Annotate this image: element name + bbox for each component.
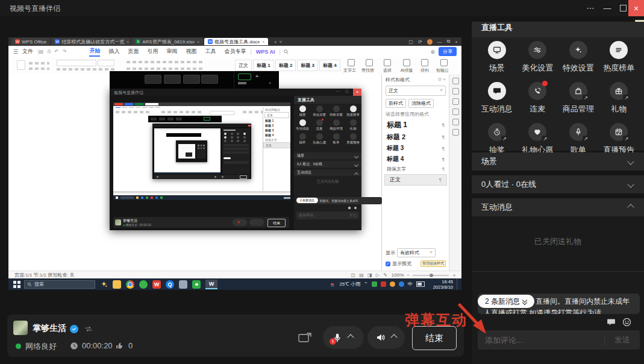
- style-normal[interactable]: 正文: [235, 60, 252, 71]
- taskbar-search-box[interactable]: 搜索: [24, 280, 95, 289]
- zoom-controls[interactable]: ◫ ▤ ◨ ▷ ✎ 100% − ＋: [351, 272, 457, 278]
- add-scene-icon[interactable]: ＋: [267, 80, 272, 86]
- more-menu-button[interactable]: ⋯: [581, 0, 599, 16]
- wps-avatar[interactable]: [427, 39, 433, 45]
- windows-start-icon[interactable]: [13, 281, 20, 288]
- tool-playlist[interactable]: ↗ 歌单: [558, 123, 599, 155]
- wps-sheet-tab[interactable]: X ARS资产报表_0819.xlsx ×: [132, 38, 203, 45]
- go-live-chip[interactable]: [238, 74, 251, 80]
- tray-icon-green[interactable]: [372, 281, 377, 287]
- tool-effects[interactable]: 特效设置: [558, 41, 599, 74]
- close-button[interactable]: ×: [628, 0, 644, 16]
- tool-live-notice[interactable]: ↗ 直播预告: [599, 123, 640, 155]
- taskbar-wps-icon[interactable]: W: [152, 280, 161, 289]
- tool-lottery[interactable]: ↗ 抽奖: [477, 123, 517, 155]
- taskbar-browser-icon[interactable]: [139, 280, 148, 289]
- wps-share-button[interactable]: 分享: [439, 47, 457, 56]
- wps-active-doc-tab[interactable]: W 视频号直播工具.docx ×: [204, 38, 268, 45]
- font-family-select[interactable]: [57, 60, 96, 66]
- send-button[interactable]: 发送: [604, 334, 640, 345]
- show-desktop-button[interactable]: [457, 278, 459, 290]
- tab-close-icon[interactable]: ×: [262, 40, 264, 44]
- menu-reference[interactable]: 引用: [147, 48, 158, 55]
- style-selector[interactable]: 正文˅: [386, 86, 446, 96]
- screen-share-icon[interactable]: [298, 331, 313, 344]
- capture-toolbar-button[interactable]: [145, 75, 161, 84]
- tab-close-icon[interactable]: ×: [127, 40, 129, 44]
- panel-close-icon[interactable]: ⊙ ×: [437, 77, 446, 83]
- section-viewers[interactable]: 0人看过 · 0在线: [472, 175, 644, 193]
- section-scene[interactable]: 场景: [472, 152, 644, 171]
- taskbar-wechat-icon[interactable]: [192, 280, 201, 289]
- menu-tools[interactable]: 工具: [205, 48, 216, 55]
- menu-review[interactable]: 审阅: [166, 48, 177, 55]
- tool-messages[interactable]: 互动消息: [477, 82, 517, 115]
- clear-format-button[interactable]: 清除格式: [408, 99, 434, 108]
- style-entry-h1[interactable]: 标题 1¶: [382, 119, 449, 131]
- menu-file[interactable]: 文件: [22, 48, 33, 55]
- switch-account-icon[interactable]: [84, 325, 93, 333]
- style-entry-h3[interactable]: 标题 3¶: [382, 143, 449, 154]
- ribbon-select[interactable]: 选择: [380, 59, 395, 74]
- strip-icon[interactable]: [452, 108, 459, 115]
- wps-layout-icon[interactable]: ▢: [408, 39, 413, 45]
- paste-icon[interactable]: [17, 60, 25, 70]
- capture-toolbar-button[interactable]: [183, 75, 200, 84]
- chevron-up-icon[interactable]: [347, 334, 354, 340]
- avatar[interactable]: [13, 321, 28, 335]
- strip-icon[interactable]: [452, 78, 459, 84]
- tray-icon-orange[interactable]: [390, 281, 395, 287]
- style-entry-para[interactable]: 段落文字¶: [382, 165, 449, 174]
- style-heading-3[interactable]: 标题 3: [297, 60, 318, 71]
- taskbar-q-icon[interactable]: Q: [166, 280, 174, 289]
- menu-member[interactable]: 会员专享: [224, 48, 246, 55]
- section-messages[interactable]: 互动消息: [472, 198, 644, 216]
- strip-icon[interactable]: [452, 88, 459, 95]
- style-heading-4[interactable]: 标题 4: [319, 60, 340, 71]
- preview-checkbox[interactable]: ✓: [386, 262, 390, 266]
- strip-icon[interactable]: [452, 119, 459, 125]
- capture-toolbar-button[interactable]: [164, 75, 181, 84]
- tool-scene[interactable]: 场景: [477, 41, 517, 74]
- new-style-button[interactable]: 新样式: [386, 99, 406, 108]
- style-entry-h2[interactable]: 标题 2¶: [382, 131, 449, 143]
- tool-beauty[interactable]: 美化设置: [517, 41, 558, 74]
- font-size-select[interactable]: [98, 60, 114, 66]
- wps-minimize-icon[interactable]: —: [437, 39, 442, 45]
- font-style-buttons[interactable]: [57, 68, 114, 71]
- tool-heat-rank[interactable]: 热度榜单: [599, 41, 640, 74]
- menu-wps-ai[interactable]: WPS AI: [256, 49, 275, 55]
- emoji-icon[interactable]: [622, 317, 632, 327]
- ribbon-ai-layout[interactable]: AI排版: [399, 59, 414, 74]
- tray-icon-blue[interactable]: [399, 281, 404, 287]
- end-live-button[interactable]: 结束: [412, 326, 457, 350]
- capture-toolbar-button[interactable]: [201, 75, 218, 84]
- link-style-chip[interactable]: 禁用链接样式: [420, 260, 446, 267]
- comment-icon[interactable]: [606, 317, 616, 327]
- weather-text[interactable]: 25℃ 小雨: [339, 281, 360, 287]
- tool-gift-wish[interactable]: ↗ 礼物心愿: [517, 123, 558, 155]
- taskbar-app-icon[interactable]: [179, 280, 187, 289]
- wps-refresh-icon[interactable]: ⟳: [418, 39, 422, 45]
- taskbar-chrome-icon[interactable]: [126, 280, 134, 289]
- wps-doc-tab-1[interactable]: W 结算模式及确认收货方式一览 ×: [51, 38, 131, 45]
- tool-gifts[interactable]: ↗ 礼物: [599, 82, 640, 115]
- add-icon[interactable]: ＋: [254, 72, 260, 80]
- wps-home-tab[interactable]: W WPS Office: [11, 38, 50, 45]
- comment-input[interactable]: [478, 336, 604, 345]
- menu-page[interactable]: 页面: [128, 48, 139, 55]
- menu-insert[interactable]: 插入: [108, 48, 119, 55]
- chevron-up-icon[interactable]: [390, 334, 397, 340]
- taskbar-explorer-icon[interactable]: [113, 280, 121, 289]
- style-entry-body-selected[interactable]: 正文¶: [384, 174, 447, 186]
- copilot-sparkle-icon[interactable]: [100, 280, 108, 288]
- taskbar-active-app-icon[interactable]: W: [205, 280, 217, 289]
- display-select[interactable]: 有效样式˅: [397, 248, 436, 257]
- wps-restore-icon[interactable]: ⧉: [447, 39, 451, 45]
- wps-close-icon[interactable]: ×: [455, 39, 458, 45]
- ribbon-arrange[interactable]: 排列: [417, 59, 433, 74]
- search-icon[interactable]: [283, 49, 289, 55]
- menu-view[interactable]: 视图: [186, 48, 196, 55]
- new-tab-button[interactable]: ＋ ˅: [273, 39, 282, 45]
- paragraph-buttons[interactable]: [127, 67, 205, 70]
